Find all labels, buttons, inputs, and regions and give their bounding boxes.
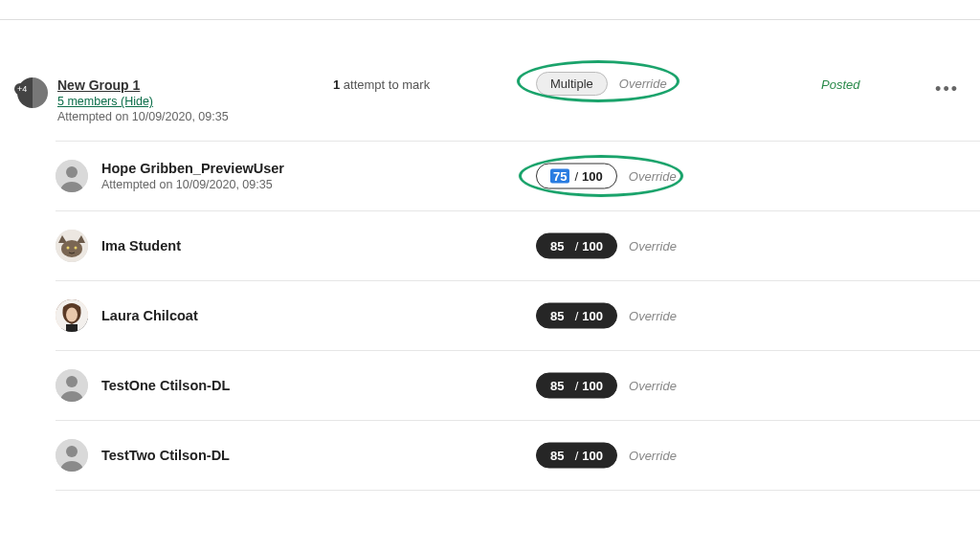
grade-pill-editable[interactable]: 75 / 100: [536, 164, 617, 189]
grade-pill[interactable]: 85 / 100: [536, 443, 617, 469]
grade-area: 75 / 100Override: [536, 164, 677, 189]
member-row: Laura Chilcoat85 / 100Override: [0, 281, 980, 350]
member-attempted-text: Attempted on 10/09/2020, 09:35: [101, 178, 284, 191]
member-info: Laura Chilcoat: [101, 308, 198, 323]
grade-area: 85 / 100Override: [536, 303, 677, 329]
avatar: [56, 369, 88, 402]
group-info: New Group 1 5 members (Hide) Attempted o…: [57, 77, 229, 123]
grade-score[interactable]: 75: [550, 169, 569, 184]
svg-point-12: [66, 376, 78, 387]
svg-rect-10: [66, 324, 78, 332]
grade-max: 100: [582, 239, 603, 253]
divider: [0, 19, 980, 20]
grade-max: 100: [582, 449, 603, 463]
avatar: [56, 230, 88, 262]
attempts-label: attempt to mark: [340, 77, 430, 92]
member-name: Ima Student: [101, 238, 181, 253]
avatar: [56, 160, 88, 192]
grade-area: 85 / 100Override: [536, 233, 677, 259]
grade-pill[interactable]: 85 / 100: [536, 303, 617, 329]
member-info: TestOne Ctilson-DL: [101, 378, 230, 393]
svg-point-7: [75, 247, 78, 250]
override-label[interactable]: Override: [629, 309, 677, 323]
grade-pill[interactable]: 85 / 100: [536, 233, 617, 259]
more-options-icon[interactable]: •••: [935, 79, 959, 99]
member-info: Ima Student: [101, 238, 181, 253]
group-avatar-badge: +4: [14, 83, 30, 95]
grade-max: 100: [582, 379, 603, 393]
grade-score: 85: [550, 449, 564, 463]
member-name: TestOne Ctilson-DL: [101, 378, 230, 393]
svg-point-1: [66, 166, 78, 178]
grade-area: 85 / 100Override: [536, 443, 677, 469]
member-name: Laura Chilcoat: [101, 308, 198, 323]
group-members-link[interactable]: 5 members (Hide): [57, 95, 229, 108]
grade-pill[interactable]: 85 / 100: [536, 373, 617, 399]
override-label[interactable]: Override: [619, 77, 667, 91]
member-row: TestOne Ctilson-DL85 / 100Override: [0, 351, 980, 420]
svg-point-9: [66, 308, 78, 322]
divider: [56, 490, 980, 491]
override-label[interactable]: Override: [629, 239, 677, 253]
grade-max: 100: [582, 309, 603, 323]
svg-point-5: [61, 240, 82, 257]
svg-point-14: [66, 446, 78, 457]
grade-score: 85: [550, 309, 564, 323]
member-row: TestTwo Ctilson-DL85 / 100Override: [0, 421, 980, 490]
group-avatar: +4: [17, 77, 48, 108]
override-label[interactable]: Override: [629, 379, 677, 393]
group-row: +4 New Group 1 5 members (Hide) Attempte…: [0, 77, 980, 141]
member-info: TestTwo Ctilson-DL: [101, 448, 230, 463]
override-label[interactable]: Override: [629, 169, 677, 184]
members-list: Hope Gribben_PreviewUserAttempted on 10/…: [0, 142, 980, 491]
grade-score: 85: [550, 379, 564, 393]
member-name: Hope Gribben_PreviewUser: [101, 161, 284, 176]
grade-score: 85: [550, 239, 564, 253]
group-attempted-text: Attempted on 10/09/2020, 09:35: [57, 110, 229, 123]
grade-area: 85 / 100Override: [536, 373, 677, 399]
member-name: TestTwo Ctilson-DL: [101, 448, 230, 463]
avatar: [56, 439, 88, 472]
group-grade-area: Multiple Override: [536, 72, 667, 96]
grade-max: 100: [582, 169, 603, 184]
member-info: Hope Gribben_PreviewUserAttempted on 10/…: [101, 161, 284, 191]
multiple-pill[interactable]: Multiple: [536, 72, 608, 96]
avatar: [56, 299, 88, 332]
member-row: Ima Student85 / 100Override: [0, 211, 980, 280]
svg-point-6: [67, 247, 70, 250]
override-label[interactable]: Override: [629, 449, 677, 463]
group-name-link[interactable]: New Group 1: [57, 77, 140, 93]
status-label: Posted: [821, 77, 859, 92]
member-row: Hope Gribben_PreviewUserAttempted on 10/…: [0, 142, 980, 210]
attempts-to-mark: 1 attempt to mark: [333, 77, 430, 92]
